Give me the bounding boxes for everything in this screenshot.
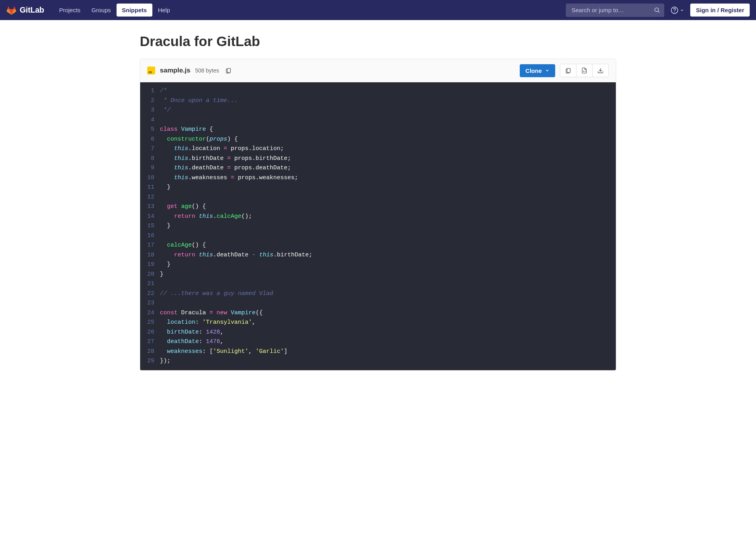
code-line: class Vampire {: [160, 125, 608, 135]
search-input[interactable]: [566, 4, 664, 17]
navbar-right: Sign in / Register: [566, 4, 750, 17]
line-number[interactable]: 3: [147, 106, 154, 115]
code-line: });: [160, 356, 608, 366]
code-line: [160, 299, 608, 308]
line-number[interactable]: 19: [147, 260, 154, 270]
line-number[interactable]: 1: [147, 86, 154, 96]
code-line: location: 'Transylvania',: [160, 318, 608, 328]
file-header-bar: JS sample.js 508 bytes Clone: [140, 59, 616, 82]
code-line: birthDate: 1428,: [160, 328, 608, 338]
line-number[interactable]: 2: [147, 96, 154, 106]
code-line: [160, 279, 608, 289]
code-line: [160, 193, 608, 202]
code-content: /* * Once upon a time... */ class Vampir…: [160, 86, 616, 366]
gitlab-logo-link[interactable]: GitLab: [6, 5, 44, 15]
code-line: /*: [160, 86, 608, 96]
clone-button[interactable]: Clone: [520, 64, 555, 77]
page-content: Dracula for GitLab JS sample.js 508 byte…: [132, 20, 624, 386]
line-number[interactable]: 9: [147, 163, 154, 173]
code-line: }: [160, 221, 608, 231]
js-file-icon: JS: [147, 67, 155, 74]
nav-projects[interactable]: Projects: [54, 4, 86, 17]
line-number[interactable]: 15: [147, 221, 154, 231]
code-line: this.weaknesses = props.weaknesses;: [160, 173, 608, 183]
file-actions-group: [560, 64, 609, 77]
nav-snippets[interactable]: Snippets: [117, 4, 152, 17]
document-code-icon: [581, 67, 587, 74]
signin-register-button[interactable]: Sign in / Register: [690, 4, 750, 17]
file-name[interactable]: sample.js: [160, 67, 191, 74]
line-number[interactable]: 16: [147, 231, 154, 241]
line-number[interactable]: 29: [147, 356, 154, 366]
nav-help[interactable]: Help: [152, 4, 176, 17]
question-circle-icon: [671, 6, 678, 14]
nav-groups[interactable]: Groups: [86, 4, 116, 17]
code-line: * Once upon a time...: [160, 96, 608, 106]
gitlab-brand-text: GitLab: [20, 6, 44, 15]
line-number[interactable]: 24: [147, 308, 154, 318]
code-line: weaknesses: ['Sunlight', 'Garlic']: [160, 347, 608, 357]
line-number[interactable]: 5: [147, 125, 154, 135]
svg-rect-5: [567, 69, 570, 73]
code-line: this.birthDate = props.birthDate;: [160, 154, 608, 164]
line-number[interactable]: 27: [147, 337, 154, 347]
line-number[interactable]: 14: [147, 212, 154, 222]
svg-point-3: [674, 11, 675, 12]
search-wrap: [566, 4, 664, 17]
code-line: }: [160, 260, 608, 270]
download-button[interactable]: [593, 64, 608, 77]
raw-view-button[interactable]: [576, 64, 593, 77]
line-number[interactable]: 21: [147, 279, 154, 289]
copy-path-button[interactable]: [224, 66, 233, 75]
clone-button-label: Clone: [525, 67, 542, 74]
nav-links: Projects Groups Snippets Help: [54, 4, 176, 17]
help-dropdown[interactable]: [669, 5, 686, 16]
line-number[interactable]: 20: [147, 270, 154, 280]
line-number[interactable]: 13: [147, 202, 154, 212]
code-line: // ...there was a guy named Vlad: [160, 289, 608, 299]
code-viewer: 1234567891011121314151617181920212223242…: [140, 82, 616, 370]
code-line: get age() {: [160, 202, 608, 212]
line-number[interactable]: 18: [147, 250, 154, 260]
line-number[interactable]: 12: [147, 193, 154, 202]
line-number[interactable]: 8: [147, 154, 154, 164]
code-line: this.deathDate = props.deathDate;: [160, 163, 608, 173]
navbar-left: GitLab Projects Groups Snippets Help: [6, 4, 176, 17]
page-title: Dracula for GitLab: [140, 33, 616, 49]
code-line: constructor(props) {: [160, 135, 608, 145]
line-number[interactable]: 7: [147, 144, 154, 154]
line-number[interactable]: 6: [147, 135, 154, 145]
code-line: }: [160, 270, 608, 280]
line-number[interactable]: 11: [147, 183, 154, 193]
copy-contents-button[interactable]: [560, 64, 576, 77]
code-line: const Dracula = new Vampire({: [160, 308, 608, 318]
svg-rect-4: [228, 69, 231, 73]
clipboard-icon: [225, 67, 232, 74]
clipboard-icon: [565, 67, 571, 74]
line-number[interactable]: 23: [147, 299, 154, 308]
file-size: 508 bytes: [195, 67, 219, 74]
code-line: return this.deathDate - this.birthDate;: [160, 250, 608, 260]
line-number-gutter: 1234567891011121314151617181920212223242…: [140, 86, 160, 366]
code-line: */: [160, 106, 608, 115]
code-line: deathDate: 1476,: [160, 337, 608, 347]
line-number[interactable]: 28: [147, 347, 154, 357]
code-line: calcAge() {: [160, 241, 608, 250]
chevron-down-icon: [545, 68, 550, 73]
gitlab-logo-icon: [6, 5, 17, 15]
line-number[interactable]: 25: [147, 318, 154, 328]
chevron-down-icon: [680, 8, 684, 12]
code-line: return this.calcAge();: [160, 212, 608, 222]
line-number[interactable]: 10: [147, 173, 154, 183]
code-line: }: [160, 183, 608, 193]
snippet-card: JS sample.js 508 bytes Clone: [140, 59, 616, 371]
download-icon: [597, 67, 604, 74]
line-number[interactable]: 26: [147, 328, 154, 338]
code-line: [160, 231, 608, 241]
code-line: this.location = props.location;: [160, 144, 608, 154]
line-number[interactable]: 4: [147, 115, 154, 125]
code-line: [160, 115, 608, 125]
line-number[interactable]: 17: [147, 241, 154, 250]
line-number[interactable]: 22: [147, 289, 154, 299]
top-navbar: GitLab Projects Groups Snippets Help: [0, 0, 756, 20]
